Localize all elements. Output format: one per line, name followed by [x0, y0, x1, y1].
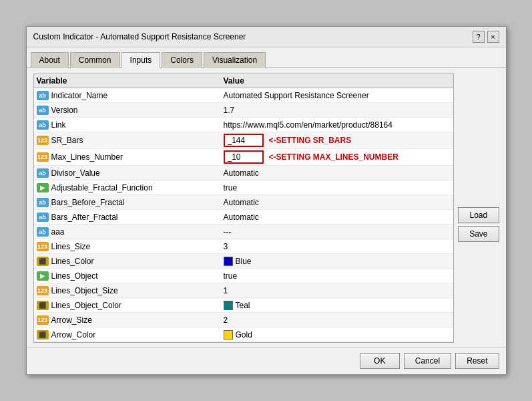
table-row: 123 Max_Lines_Number <-SETTING MAX_LINES… [34, 149, 454, 166]
table-row: 123 SR_Bars <-SETTING SR_BARS [34, 132, 454, 149]
load-button[interactable]: Load [458, 207, 499, 223]
row-value: 1 [224, 286, 451, 295]
table-row: 123 Lines_Size 3 [34, 239, 454, 254]
row-variable-name: Link [51, 120, 224, 130]
close-button[interactable]: × [487, 31, 499, 43]
table-row: 123 Lines_Object_Size 1 [34, 283, 454, 298]
row-variable-name: Lines_Object_Color [51, 301, 224, 310]
lines-object-color-text: Teal [236, 301, 250, 310]
lines-color-swatch[interactable] [224, 257, 233, 266]
icon-color: ⬛ [37, 330, 49, 340]
lines-color-text: Blue [236, 257, 252, 266]
side-buttons: Load Save [458, 74, 499, 242]
table-row: ab Indicator_Name Automated Support Resi… [34, 88, 454, 103]
row-value: true [224, 183, 451, 192]
row-variable-name: aaa [51, 227, 224, 237]
icon-123: 123 [37, 242, 49, 251]
row-value: 3 [224, 242, 451, 251]
row-value: Automatic [224, 198, 451, 207]
row-variable-name: Indicator_Name [51, 91, 224, 100]
table-row: ab Link https://www.mql5.com/en/market/p… [34, 118, 454, 132]
table-row: ab Divisor_Value Automatic [34, 166, 454, 180]
icon-123: 123 [37, 152, 49, 162]
row-value-lines-color: Blue [224, 257, 451, 266]
tab-visualization[interactable]: Visualization [204, 52, 266, 68]
dialog-window: Custom Indicator - Automated Support Res… [26, 26, 507, 375]
row-variable-name: Arrow_Size [51, 315, 224, 325]
max-lines-setting-label: <-SETTING MAX_LINES_NUMBER [269, 152, 398, 162]
window-title: Custom Indicator - Automated Support Res… [33, 32, 246, 41]
icon-green: ▶ [37, 271, 49, 281]
table-row: ab Bars_Before_Fractal Automatic [34, 195, 454, 210]
row-value-lines-obj-color: Teal [224, 301, 451, 310]
row-value: true [224, 271, 451, 281]
arrow-color-text: Gold [236, 330, 252, 340]
row-value-max-lines: <-SETTING MAX_LINES_NUMBER [224, 150, 451, 164]
save-button[interactable]: Save [458, 226, 499, 242]
row-value: https://www.mql5.com/en/market/product/8… [224, 120, 451, 130]
icon-ab: ab [37, 120, 49, 130]
table-row: 123 Arrow_Size 2 [34, 313, 454, 327]
table-row: ▶ Lines_Object true [34, 269, 454, 283]
row-variable-name: Lines_Size [51, 242, 224, 251]
cancel-button[interactable]: Cancel [404, 353, 451, 369]
table-row: ▶ Adjustable_Fractal_Function true [34, 180, 454, 195]
footer: OK Cancel Reset [27, 347, 506, 374]
row-value: 1.7 [224, 106, 451, 115]
icon-123: 123 [37, 136, 49, 145]
row-variable-name: Lines_Object [51, 271, 224, 281]
table-row: ab aaa --- [34, 225, 454, 239]
variables-table: Variable Value ab Indicator_Name Automat… [33, 74, 455, 343]
row-variable-name: Lines_Color [51, 257, 224, 266]
icon-ab: ab [37, 91, 49, 100]
sr-bars-input[interactable] [224, 134, 264, 147]
col-variable-header: Variable [37, 76, 224, 86]
icon-ab: ab [37, 168, 49, 178]
icon-123: 123 [37, 286, 49, 295]
lines-object-color-swatch[interactable] [224, 301, 233, 310]
icon-color: ⬛ [37, 301, 49, 310]
row-variable-name: Arrow_Color [51, 330, 224, 340]
icon-color: ⬛ [37, 257, 49, 266]
row-value: --- [224, 227, 451, 237]
icon-green: ▶ [37, 183, 49, 192]
icon-ab: ab [37, 106, 49, 115]
row-value: Automatic [224, 168, 451, 178]
tabs-bar: About Common Inputs Colors Visualization [27, 47, 506, 68]
icon-ab: ab [37, 198, 49, 207]
row-variable-name: Lines_Object_Size [51, 286, 224, 295]
row-value-sr-bars: <-SETTING SR_BARS [224, 134, 451, 147]
table-row: ab Version 1.7 [34, 103, 454, 118]
main-content: Variable Value ab Indicator_Name Automat… [27, 68, 506, 343]
row-variable-name: SR_Bars [51, 136, 224, 145]
tab-inputs[interactable]: Inputs [121, 52, 161, 68]
row-value-arrow-color: Gold [224, 330, 451, 340]
icon-123: 123 [37, 315, 49, 325]
max-lines-input[interactable] [224, 150, 264, 164]
tab-colors[interactable]: Colors [162, 52, 202, 68]
help-button[interactable]: ? [473, 31, 485, 43]
table-row: ab Bars_After_Fractal Automatic [34, 210, 454, 225]
reset-button[interactable]: Reset [455, 353, 499, 369]
table-header: Variable Value [34, 74, 454, 88]
tab-common[interactable]: Common [70, 52, 120, 68]
row-variable-name: Bars_Before_Fractal [51, 198, 224, 207]
row-value: 2 [224, 315, 451, 325]
table-row: ⬛ Lines_Object_Color Teal [34, 298, 454, 313]
title-controls: ? × [473, 31, 499, 43]
ok-button[interactable]: OK [360, 353, 400, 369]
table-row: ⬛ Lines_Color Blue [34, 254, 454, 269]
title-bar: Custom Indicator - Automated Support Res… [27, 27, 506, 47]
row-variable-name: Max_Lines_Number [51, 152, 224, 162]
row-variable-name: Adjustable_Fractal_Function [51, 183, 224, 192]
tab-about[interactable]: About [31, 52, 69, 68]
row-variable-name: Bars_After_Fractal [51, 213, 224, 222]
row-variable-name: Version [51, 106, 224, 115]
table-row: ⬛ Arrow_Color Gold [34, 327, 454, 342]
icon-ab: ab [37, 213, 49, 222]
sr-bars-setting-label: <-SETTING SR_BARS [269, 136, 352, 145]
arrow-color-swatch[interactable] [224, 330, 233, 340]
icon-ab: ab [37, 227, 49, 237]
row-value: Automated Support Resistance Screener [224, 91, 451, 100]
row-value: Automatic [224, 213, 451, 222]
